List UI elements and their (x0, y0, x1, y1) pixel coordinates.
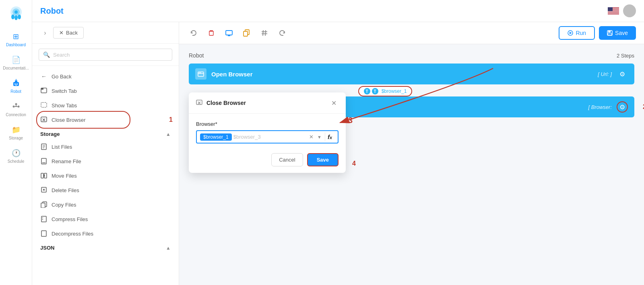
svg-point-3 (14, 15, 18, 20)
documentation-icon: 📄 (12, 55, 21, 64)
search-input-wrap[interactable]: 🔍 (39, 49, 172, 61)
nav-item-schedule[interactable]: 🕐 Schedule (0, 145, 32, 168)
svg-rect-51 (209, 31, 213, 35)
sidebar-item-go-back[interactable]: ← Go Back (32, 69, 179, 84)
svg-rect-25 (608, 7, 613, 11)
modal-overlay: Close Browser ✕ Browser* $browser_1 ✕ ▼ (179, 44, 644, 129)
screen-button[interactable] (223, 27, 235, 39)
nav-label-connection: Connection (6, 113, 26, 117)
hash-button[interactable] (258, 27, 271, 39)
sidebar-item-list-files[interactable]: List Files (32, 139, 179, 154)
go-back-icon: ← (40, 73, 47, 80)
svg-point-4 (18, 14, 21, 19)
step-annotation-1: 1 (169, 116, 173, 123)
redo-button[interactable] (276, 27, 289, 39)
app-title: Robot (40, 6, 64, 16)
copy-button[interactable] (240, 27, 253, 39)
svg-rect-22 (608, 11, 619, 12)
sidebar-item-list-files-label: List Files (52, 144, 72, 150)
close-browser-modal: Close Browser ✕ Browser* $browser_1 ✕ ▼ (189, 92, 346, 173)
back-button[interactable]: ✕ Back (53, 27, 84, 39)
nav-label-dashboard: Dashboard (6, 43, 26, 47)
save-button[interactable]: Save (599, 26, 636, 40)
svg-point-13 (12, 106, 14, 108)
nav-item-dashboard[interactable]: ⊞ Dashboard (0, 28, 32, 51)
svg-rect-10 (15, 85, 17, 86)
svg-rect-56 (244, 31, 248, 36)
show-tabs-icon (40, 102, 47, 109)
cancel-button[interactable]: Cancel (271, 153, 303, 166)
storage-section-toggle[interactable]: ▲ (166, 131, 171, 137)
svg-rect-24 (608, 13, 619, 14)
app-logo (6, 4, 26, 28)
nav-item-connection[interactable]: Connection (0, 98, 32, 121)
sidebar-item-switch-tab[interactable]: Switch Tab (32, 84, 179, 98)
sidebar-item-move-files[interactable]: Move Files (32, 168, 179, 183)
modal-icon (196, 99, 202, 107)
language-flag[interactable] (608, 7, 619, 14)
run-button[interactable]: Run (559, 26, 595, 40)
sidebar: › ✕ Back 🔍 ← Go Back (32, 22, 179, 285)
step-annotation-3: 3 (348, 116, 353, 125)
sidebar-item-decompress-files[interactable]: Decompress Files (32, 226, 179, 241)
browser-field-clear[interactable]: ✕ (308, 133, 316, 141)
sidebar-item-compress-files-label: Compress Files (52, 216, 88, 222)
svg-line-57 (263, 30, 263, 36)
browser-field-input[interactable]: $browser_1 ✕ ▼ fx (196, 130, 339, 144)
svg-rect-7 (15, 80, 17, 82)
sidebar-item-copy-files[interactable]: Copy Files (32, 197, 179, 212)
json-section-toggle[interactable]: ▲ (166, 245, 171, 251)
back-icon: ✕ (59, 30, 64, 36)
delete-button[interactable] (205, 27, 218, 39)
search-input[interactable] (53, 52, 168, 58)
sidebar-item-delete-files-label: Delete Files (52, 187, 79, 193)
json-section-header: JSON ▲ (32, 241, 179, 253)
nav-item-documentation[interactable]: 📄 Documentati... (0, 51, 32, 75)
nav-item-robot[interactable]: Robot (0, 75, 32, 98)
svg-rect-47 (41, 216, 46, 222)
schedule-icon: 🕐 (12, 149, 21, 158)
collapse-button[interactable]: › (40, 28, 50, 38)
sidebar-item-switch-tab-label: Switch Tab (52, 88, 77, 94)
storage-section-label: Storage (40, 131, 60, 137)
browser-field-text-input[interactable] (233, 134, 306, 140)
decompress-files-icon (40, 230, 47, 237)
rename-file-icon (40, 158, 47, 165)
modal-header: Close Browser ✕ (189, 92, 346, 114)
sidebar-item-close-browser[interactable]: Close Browser 1 (32, 113, 179, 127)
sidebar-item-compress-files[interactable]: Compress Files (32, 212, 179, 226)
copy-files-icon (40, 201, 47, 208)
svg-line-58 (265, 30, 266, 36)
modal-save-button[interactable]: Save (307, 153, 339, 166)
browser-field-caret[interactable]: ▼ (317, 135, 322, 139)
main-area: Robot › (32, 0, 644, 285)
svg-rect-73 (196, 100, 202, 105)
svg-rect-64 (608, 31, 611, 33)
sidebar-item-close-browser-label: Close Browser (52, 117, 86, 123)
nav-label-robot: Robot (10, 89, 21, 94)
modal-footer: Cancel Save 4 (189, 149, 346, 173)
svg-point-14 (17, 106, 19, 108)
storage-icon: 📁 (12, 125, 21, 134)
json-section-label: JSON (40, 245, 54, 251)
sidebar-item-delete-files[interactable]: Delete Files (32, 183, 179, 197)
modal-close-button[interactable]: ✕ (329, 98, 339, 108)
user-avatar[interactable] (623, 4, 636, 17)
sidebar-item-rename-file[interactable]: Rename File (32, 154, 179, 168)
svg-point-8 (14, 84, 16, 85)
browser-field-fx[interactable]: fx (325, 133, 334, 141)
svg-rect-46 (41, 203, 45, 208)
canvas-content: Robot 2 Steps Open Browser [ Url: ] ⚙ T$… (179, 44, 644, 129)
back-label: Back (66, 30, 78, 36)
sidebar-item-show-tabs[interactable]: Show Tabs (32, 98, 179, 113)
delete-files-icon (40, 187, 47, 194)
browser-tag-chip: $browser_1 (200, 133, 232, 141)
modal-title-row: Close Browser (196, 99, 246, 107)
undo-button[interactable] (187, 27, 200, 39)
content-wrapper: › ✕ Back 🔍 ← Go Back (32, 22, 644, 285)
nav-item-storage[interactable]: 📁 Storage (0, 121, 32, 145)
dashboard-icon: ⊞ (12, 32, 21, 41)
modal-body: Browser* $browser_1 ✕ ▼ fx (189, 114, 346, 149)
svg-point-26 (628, 8, 631, 11)
sidebar-item-move-files-label: Move Files (52, 173, 77, 179)
